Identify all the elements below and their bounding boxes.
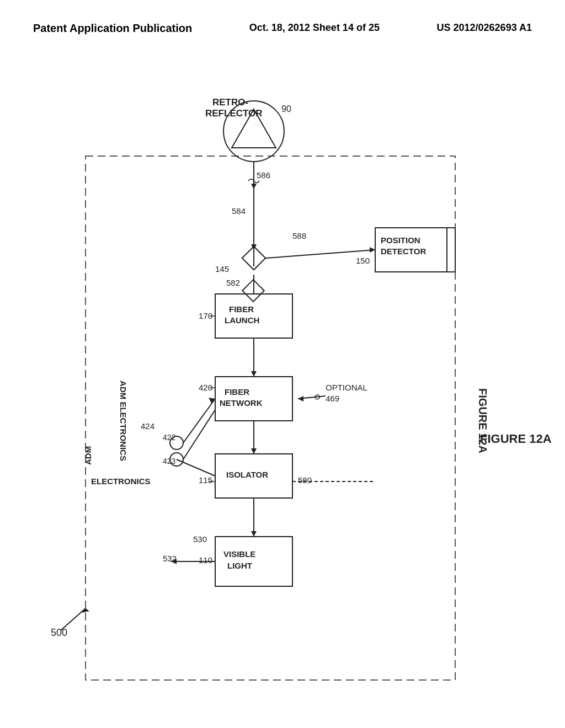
page-header: Patent Application Publication Oct. 18, …	[0, 0, 565, 46]
retro-reflector-label1: RETRO-	[212, 97, 248, 108]
adm-elec-rotated: ADM ELECTRONICS	[119, 381, 128, 461]
label-588: 588	[292, 231, 306, 240]
visible-light-label1: VISIBLE	[223, 549, 255, 559]
label-424: 424	[141, 421, 154, 431]
svg-marker-25	[298, 396, 303, 402]
label-586: 586	[257, 170, 270, 180]
diagram-area: FIGURE 12A 500 RETRO- REFLECTOR 90 586 5…	[0, 46, 565, 708]
label-90: 90	[281, 104, 291, 114]
fiber-launch-label1: FIBER	[229, 304, 254, 314]
fiber-network-label2: NETWORK	[220, 398, 263, 408]
svg-rect-36	[215, 537, 292, 586]
svg-line-29	[183, 399, 215, 443]
label-469: 469	[326, 394, 339, 403]
label-584: 584	[232, 206, 246, 216]
label-150: 150	[356, 256, 370, 265]
label-580: 580	[298, 475, 312, 485]
label-110: 110	[199, 555, 212, 565]
label-145: 145	[215, 264, 229, 274]
visible-light-label2: LIGHT	[227, 561, 252, 570]
label-530: 530	[193, 534, 207, 544]
figure-label-main: FIGURE 12A	[477, 388, 489, 453]
label-500: 500	[51, 627, 67, 638]
svg-line-42	[177, 459, 215, 476]
position-detector-label1: POSITION	[381, 235, 420, 245]
svg-line-0	[61, 608, 86, 630]
label-422: 422	[163, 433, 176, 442]
figure-label: FIGURE 12A	[480, 432, 552, 446]
label-582: 582	[226, 278, 240, 287]
svg-marker-35	[251, 448, 257, 454]
svg-rect-2	[86, 156, 455, 680]
isolator-label: ISOLATOR	[226, 470, 268, 479]
adm-electronics-label2: ELECTRONICS	[91, 477, 151, 486]
svg-marker-23	[251, 371, 257, 377]
sheet-info: Oct. 18, 2012 Sheet 14 of 25	[249, 22, 380, 34]
fiber-launch-label2: LAUNCH	[225, 315, 259, 325]
svg-marker-39	[251, 531, 257, 537]
label-423: 423	[163, 457, 176, 465]
position-detector-label2: DETECTOR	[381, 247, 426, 256]
retro-reflector-label2: REFLECTOR	[205, 108, 263, 119]
adm-electronics-label1: ADM	[83, 446, 93, 465]
optional-label: OPTIONAL	[326, 383, 367, 392]
svg-line-31	[183, 410, 215, 459]
svg-marker-6	[251, 184, 257, 189]
patent-number: US 2012/0262693 A1	[437, 22, 532, 34]
svg-marker-15	[370, 247, 375, 253]
fiber-network-label1: FIBER	[225, 387, 249, 397]
publication-title: Patent Application Publication	[33, 22, 192, 35]
label-115: 115	[199, 475, 212, 485]
